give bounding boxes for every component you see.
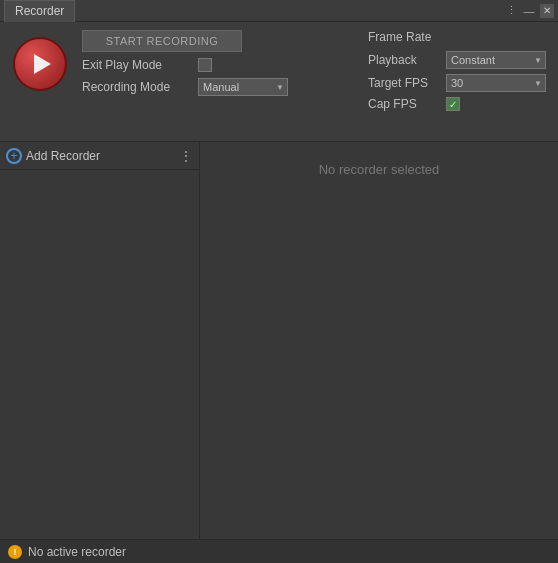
cap-fps-checkbox[interactable]: ✓ (446, 97, 460, 111)
status-text: No active recorder (28, 545, 126, 559)
top-panel: START RECORDING Exit Play Mode Recording… (0, 22, 558, 142)
add-circle-icon: + (6, 148, 22, 164)
playback-dropdown[interactable]: Constant Variable (446, 51, 546, 69)
add-recorder-label: Add Recorder (26, 149, 100, 163)
playback-row: Playback Constant Variable (368, 51, 548, 69)
main-container: START RECORDING Exit Play Mode Recording… (0, 22, 558, 563)
bottom-panel: + Add Recorder ⋮ No recorder selected (0, 142, 558, 539)
playback-label: Playback (368, 53, 440, 67)
right-content: No recorder selected (200, 142, 558, 539)
left-sidebar: + Add Recorder ⋮ (0, 142, 200, 539)
recorder-list (0, 170, 199, 539)
exit-play-mode-checkbox[interactable] (198, 58, 212, 72)
play-triangle-icon (34, 54, 51, 74)
recording-mode-dropdown-wrapper: Manual Auto Frame Interval (198, 78, 288, 96)
cap-fps-label: Cap FPS (368, 97, 440, 111)
cap-fps-row: Cap FPS ✓ (368, 97, 548, 111)
status-bar: ! No active recorder (0, 539, 558, 563)
exit-play-mode-row: Exit Play Mode (82, 58, 336, 72)
sidebar-menu-dots-icon[interactable]: ⋮ (179, 148, 193, 164)
minimize-icon[interactable]: — (522, 4, 536, 18)
no-recorder-text: No recorder selected (319, 162, 440, 177)
recording-mode-dropdown[interactable]: Manual Auto Frame Interval (198, 78, 288, 96)
warning-icon: ! (8, 545, 22, 559)
add-recorder-row[interactable]: + Add Recorder ⋮ (0, 142, 199, 170)
playback-dropdown-wrapper: Constant Variable (446, 51, 546, 69)
title-bar: Recorder ⋮ — ✕ (0, 0, 558, 22)
frame-rate-title: Frame Rate (368, 30, 548, 44)
target-fps-row: Target FPS 30 24 60 120 (368, 74, 548, 92)
title-tab: Recorder (4, 0, 75, 22)
play-button-container (10, 34, 70, 94)
title-tab-label: Recorder (15, 4, 64, 18)
recording-mode-label: Recording Mode (82, 80, 192, 94)
menu-dots-icon[interactable]: ⋮ (504, 4, 518, 18)
target-fps-dropdown[interactable]: 30 24 60 120 (446, 74, 546, 92)
exit-play-mode-label: Exit Play Mode (82, 58, 192, 72)
target-fps-dropdown-wrapper: 30 24 60 120 (446, 74, 546, 92)
title-bar-icons: ⋮ — ✕ (504, 4, 554, 18)
close-button[interactable]: ✕ (540, 4, 554, 18)
play-button[interactable] (13, 37, 67, 91)
controls-section: START RECORDING Exit Play Mode Recording… (82, 30, 336, 96)
recording-mode-row: Recording Mode Manual Auto Frame Interva… (82, 78, 336, 96)
frame-rate-section: Frame Rate Playback Constant Variable Ta… (368, 30, 548, 111)
start-recording-button[interactable]: START RECORDING (82, 30, 242, 52)
target-fps-label: Target FPS (368, 76, 440, 90)
